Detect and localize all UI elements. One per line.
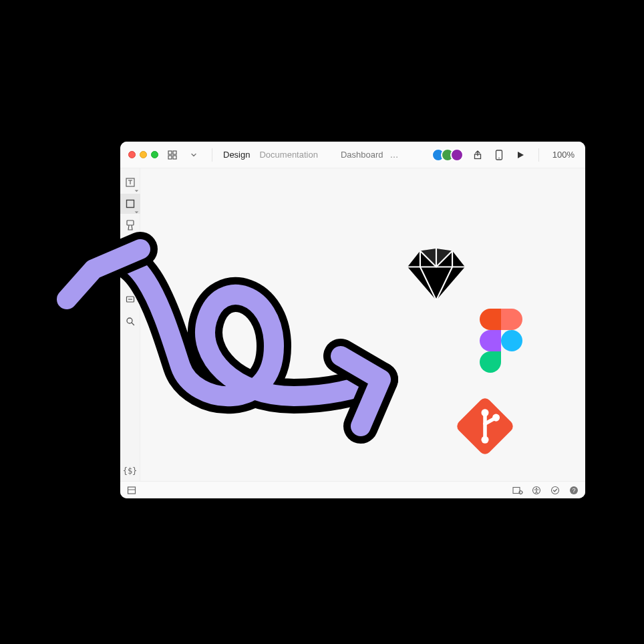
- git-logo: [454, 395, 516, 457]
- play-icon: [516, 151, 524, 159]
- close-window-button[interactable]: [128, 151, 136, 158]
- status-bar: ?: [120, 481, 585, 498]
- app-menu-button[interactable]: [165, 148, 180, 162]
- layers-tool[interactable]: [120, 236, 140, 257]
- accessibility-icon: [532, 486, 541, 495]
- svg-rect-0: [168, 151, 172, 154]
- tab-design[interactable]: Design: [223, 150, 250, 160]
- design-canvas[interactable]: [140, 168, 585, 481]
- panel-icon: [127, 486, 136, 495]
- page-selector-label: Dashboard: [341, 150, 383, 160]
- svg-point-26: [536, 487, 537, 488]
- text-tool[interactable]: [120, 172, 140, 192]
- settings-chip-button[interactable]: [512, 484, 524, 496]
- check-icon: [550, 486, 560, 495]
- device-icon: [495, 150, 503, 160]
- tab-documentation[interactable]: Documentation: [259, 150, 317, 160]
- rectangle-tool[interactable]: [120, 194, 140, 214]
- comment-icon: [126, 295, 135, 305]
- view-tabs: Design Documentation: [223, 150, 318, 160]
- token-icon: {$}: [123, 466, 138, 476]
- component-tool-icon: [126, 220, 135, 230]
- zoom-level[interactable]: 100%: [550, 150, 577, 160]
- titlebar-separator: [212, 148, 212, 162]
- titlebar-separator: [538, 148, 539, 162]
- svg-point-18: [481, 409, 488, 416]
- window-body: {$}: [120, 168, 585, 481]
- svg-rect-21: [128, 487, 136, 494]
- search-tool[interactable]: [120, 311, 140, 331]
- share-icon: [473, 150, 482, 160]
- share-button[interactable]: [470, 148, 485, 162]
- sketch-logo: [408, 249, 465, 300]
- preview-device-button[interactable]: [492, 148, 506, 162]
- svg-rect-3: [173, 156, 176, 159]
- page-selector[interactable]: Dashboard: [341, 150, 383, 160]
- svg-point-19: [481, 436, 488, 444]
- grid-icon: [168, 150, 177, 160]
- more-menu[interactable]: …: [390, 150, 399, 160]
- svg-rect-1: [173, 151, 176, 154]
- panel-toggle-button[interactable]: [126, 484, 138, 496]
- svg-rect-9: [127, 220, 134, 225]
- bolt-icon: [126, 274, 134, 283]
- accessibility-button[interactable]: [530, 484, 542, 496]
- avatar[interactable]: [450, 148, 464, 162]
- app-window: Design Documentation Dashboard …: [120, 142, 585, 498]
- figma-logo: [480, 309, 522, 373]
- svg-point-6: [498, 157, 500, 158]
- layers-tool-icon: [126, 242, 135, 251]
- svg-rect-2: [168, 156, 172, 159]
- svg-text:?: ?: [572, 487, 575, 494]
- collaborator-avatars[interactable]: [432, 148, 464, 162]
- component-tool[interactable]: [120, 215, 140, 235]
- svg-rect-8: [126, 200, 134, 208]
- tool-sidebar: {$}: [120, 168, 140, 481]
- play-button[interactable]: [513, 148, 528, 162]
- titlebar: Design Documentation Dashboard …: [120, 142, 585, 168]
- help-button[interactable]: ?: [568, 484, 580, 496]
- comment-tool[interactable]: [120, 290, 140, 310]
- settings-chip-icon: [512, 486, 523, 495]
- svg-point-14: [501, 330, 522, 351]
- chevron-down-icon: [191, 152, 196, 158]
- minimize-window-button[interactable]: [140, 151, 147, 158]
- search-icon: [126, 317, 135, 326]
- rectangle-tool-icon: [126, 199, 135, 208]
- bolt-tool[interactable]: [120, 269, 140, 289]
- app-menu-chevron[interactable]: [186, 148, 201, 162]
- mac-traffic-lights: [128, 151, 158, 158]
- help-icon: ?: [569, 486, 579, 495]
- text-tool-icon: [126, 178, 135, 187]
- tokens-button[interactable]: {$}: [120, 461, 140, 481]
- validation-button[interactable]: [549, 484, 561, 496]
- zoom-window-button[interactable]: [151, 151, 158, 158]
- svg-point-20: [492, 414, 500, 422]
